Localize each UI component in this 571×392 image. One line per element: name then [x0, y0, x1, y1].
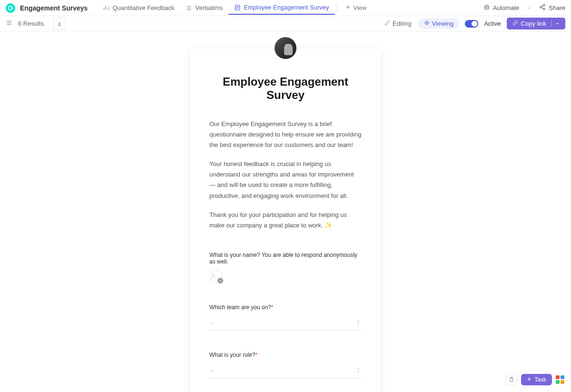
- nav-tab-label: Quantitative Feedback: [112, 4, 174, 11]
- nav-tab-label: Verbatims: [195, 4, 223, 11]
- dropdown-placeholder: –: [210, 319, 214, 326]
- svg-point-7: [543, 8, 545, 10]
- svg-point-4: [487, 7, 488, 8]
- floating-controls: Task: [506, 374, 564, 385]
- svg-point-9: [212, 274, 215, 276]
- poll-icon: [103, 5, 109, 11]
- required-star: *: [256, 352, 258, 358]
- toolbar-left: 6 Results: [6, 18, 66, 30]
- form-description: Our Employee Engagement Survey is a brie…: [209, 119, 362, 231]
- form-container[interactable]: Employee Engagement Survey Our Employee …: [0, 31, 571, 392]
- ring-icon: [8, 5, 13, 11]
- automate-label: Automate: [493, 4, 520, 11]
- form-card-wrapper: Employee Engagement Survey Our Employee …: [190, 36, 381, 392]
- required-star: *: [271, 304, 274, 311]
- person-picker[interactable]: [209, 270, 223, 283]
- question-block-name: What is your name? You are able to respo…: [209, 252, 362, 283]
- viewing-mode-button[interactable]: Viewing: [418, 18, 459, 29]
- question-label: Which team are you on?*: [209, 304, 362, 311]
- form-card: Employee Engagement Survey Our Employee …: [190, 49, 381, 392]
- intro-paragraph: Your honest feedback is crucial in helpi…: [209, 159, 362, 201]
- dropdown-role[interactable]: –: [209, 363, 362, 378]
- add-view-label: View: [354, 4, 367, 11]
- intro-paragraph: Thank you for your participation and for…: [209, 210, 362, 231]
- results-count[interactable]: 6 Results: [18, 20, 44, 27]
- workspace-title[interactable]: Engagement Surveys: [20, 4, 88, 12]
- logo-badge[interactable]: [6, 3, 15, 13]
- nav-tab-survey[interactable]: Employee Engagement Survey: [228, 1, 335, 15]
- copy-link-label: Copy link: [521, 20, 546, 27]
- editing-label: Editing: [393, 20, 412, 27]
- app-grid-cell: [561, 375, 564, 379]
- plus-icon: [527, 376, 532, 383]
- divider: [337, 4, 337, 12]
- share-button[interactable]: Share: [539, 4, 565, 12]
- top-nav: Engagement Surveys Quantitative Feedback…: [0, 0, 571, 16]
- nav-tab-quantitative[interactable]: Quantitative Feedback: [97, 1, 180, 14]
- viewing-label: Viewing: [432, 20, 453, 27]
- form-avatar: [273, 35, 298, 61]
- robot-icon: [483, 4, 490, 12]
- form-title: Employee Engagement Survey: [209, 75, 362, 102]
- eye-icon: [424, 20, 430, 27]
- task-label: Task: [534, 376, 546, 383]
- svg-point-6: [540, 6, 542, 8]
- app-grid-cell: [561, 380, 564, 384]
- clipboard-button[interactable]: [506, 374, 517, 385]
- svg-point-0: [9, 6, 12, 10]
- sparkle-emoji: ✨: [325, 220, 332, 231]
- active-label: Active: [484, 20, 501, 27]
- add-view-button[interactable]: View: [339, 1, 373, 14]
- clipboard-icon: [509, 377, 514, 382]
- new-task-button[interactable]: Task: [521, 374, 552, 385]
- link-icon: [512, 20, 518, 27]
- hamburger-icon[interactable]: [6, 20, 12, 28]
- caret-icon: [356, 320, 361, 325]
- person-icon: [210, 273, 217, 279]
- pencil-icon: [384, 20, 390, 27]
- intro-paragraph: Our Employee Engagement Survey is a brie…: [209, 119, 362, 150]
- list-icon: [186, 5, 192, 11]
- svg-point-3: [485, 7, 486, 8]
- share-icon: [539, 4, 546, 12]
- nav-tab-label: Employee Engagement Survey: [244, 4, 329, 11]
- app-grid-cell: [556, 375, 560, 379]
- dropdown-placeholder: –: [210, 367, 214, 374]
- question-label: What is your name? You are able to respo…: [209, 252, 362, 265]
- edit-view-toggle: Editing Viewing: [380, 18, 459, 29]
- active-toggle[interactable]: [465, 20, 478, 28]
- form-icon: [234, 4, 241, 11]
- svg-point-8: [426, 22, 427, 24]
- svg-point-5: [543, 4, 545, 6]
- copy-link-button[interactable]: Copy link: [507, 18, 565, 29]
- nav-tab-verbatims[interactable]: Verbatims: [180, 1, 228, 14]
- download-icon: [57, 21, 62, 27]
- automate-button[interactable]: Automate: [483, 4, 520, 12]
- toolbar-right: Editing Viewing Active Copy link: [380, 18, 565, 29]
- chevron-down-icon[interactable]: [551, 20, 560, 27]
- app-switcher-button[interactable]: [556, 375, 564, 384]
- toolbar: 6 Results Editing Viewing Active: [0, 16, 571, 31]
- app-grid-cell: [556, 380, 560, 384]
- editing-mode-button[interactable]: Editing: [380, 18, 416, 29]
- chevron-down-icon[interactable]: [527, 4, 532, 12]
- caret-icon: [356, 368, 361, 372]
- toggle-knob: [472, 21, 477, 27]
- plus-icon: [345, 4, 351, 11]
- download-button[interactable]: [53, 18, 66, 30]
- dropdown-team[interactable]: –: [209, 315, 362, 331]
- question-block-team: Which team are you on?* –: [209, 304, 362, 331]
- question-label: What is your role?*: [209, 352, 362, 358]
- top-right-controls: Automate Share: [483, 4, 565, 12]
- question-block-role: What is your role?* –: [209, 352, 362, 378]
- share-label: Share: [549, 4, 565, 11]
